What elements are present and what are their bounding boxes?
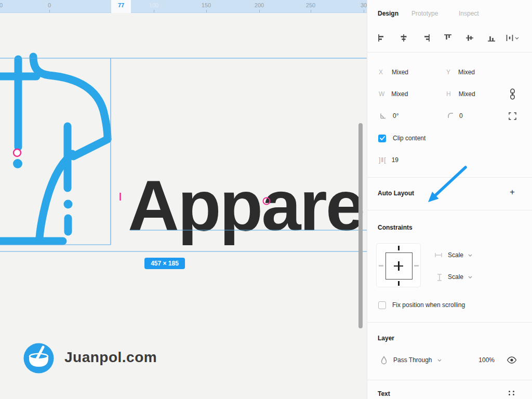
juanpol-logo-icon bbox=[23, 342, 55, 374]
chevron-down-icon[interactable] bbox=[515, 37, 519, 39]
vertical-constraint-select[interactable]: Scale bbox=[448, 271, 472, 283]
horizontal-constraint-icon bbox=[435, 252, 442, 258]
tab-prototype[interactable]: Prototype bbox=[411, 10, 438, 17]
fix-position-checkbox[interactable] bbox=[378, 301, 386, 309]
juanpol-brand-text: Juanpol.com bbox=[64, 349, 157, 366]
tab-inspect[interactable]: Inspect bbox=[459, 10, 479, 17]
figma-app-window: Appare 457 × 185 0 0 100 150 200 250 bbox=[0, 0, 532, 399]
spacing-field[interactable]: ]ǁ[ 19 bbox=[379, 154, 398, 166]
selection-size-badge: 457 × 185 bbox=[144, 258, 185, 269]
w-value: Mixed bbox=[391, 90, 408, 98]
vector-point-marker[interactable] bbox=[263, 198, 270, 205]
blend-mode-icon bbox=[381, 356, 387, 364]
properties-panel: Design Prototype Inspect bbox=[367, 0, 532, 399]
tab-design[interactable]: Design bbox=[378, 10, 398, 17]
h-label: H bbox=[446, 90, 451, 98]
clip-content-row[interactable]: Clip content bbox=[378, 132, 425, 144]
fix-position-label: Fix position when scrolling bbox=[392, 301, 465, 309]
clip-content-checkbox[interactable] bbox=[378, 135, 386, 142]
fix-position-row[interactable]: Fix position when scrolling bbox=[378, 299, 465, 311]
align-vertical-centers-icon[interactable] bbox=[466, 34, 473, 42]
ruler-position-highlight: 77 bbox=[111, 0, 131, 13]
vector-point-marker[interactable] bbox=[14, 149, 21, 156]
horizontal-constraint-select[interactable]: Scale bbox=[448, 249, 472, 261]
corner-radius-icon bbox=[447, 112, 454, 119]
constraints-title: Constraints bbox=[378, 224, 413, 231]
add-auto-layout-button[interactable]: + bbox=[510, 187, 515, 198]
y-label: Y bbox=[446, 69, 450, 76]
constraint-top-handle[interactable] bbox=[398, 246, 400, 250]
text-section-header: Text bbox=[378, 388, 390, 399]
plus-icon: + bbox=[510, 187, 515, 197]
width-field[interactable]: W Mixed bbox=[379, 88, 408, 100]
align-top-icon[interactable] bbox=[444, 34, 451, 42]
spacing-value: 19 bbox=[392, 156, 398, 164]
blend-mode-value: Pass Through bbox=[393, 356, 432, 364]
h-value: Mixed bbox=[459, 90, 475, 98]
selection-outline bbox=[0, 58, 367, 251]
vertical-constraint-value: Scale bbox=[448, 273, 463, 281]
constraints-widget[interactable] bbox=[376, 243, 421, 287]
selection-overlay bbox=[0, 0, 367, 399]
align-right-icon[interactable] bbox=[422, 34, 430, 42]
ruler-label: 100 bbox=[149, 2, 158, 8]
layer-header: Layer bbox=[378, 332, 394, 344]
divider bbox=[367, 210, 532, 210]
divider bbox=[367, 380, 532, 380]
ruler-position-value: 77 bbox=[118, 2, 124, 8]
text-styles-icon[interactable] bbox=[509, 391, 515, 395]
align-horizontal-centers-icon[interactable] bbox=[400, 34, 407, 42]
ruler-label: 0 bbox=[48, 2, 51, 8]
visibility-eye-icon[interactable] bbox=[507, 356, 517, 364]
ruler-label: 150 bbox=[202, 2, 211, 8]
x-position-field[interactable]: X Mixed bbox=[379, 66, 408, 78]
horizontal-ruler: 0 0 100 150 200 250 30 77 bbox=[0, 0, 367, 13]
independent-corners-icon[interactable] bbox=[509, 112, 516, 120]
opacity-value: 100% bbox=[478, 356, 495, 364]
w-label: W bbox=[379, 90, 384, 98]
constraints-header: Constraints bbox=[378, 222, 413, 233]
distribute-spacing-icon[interactable] bbox=[506, 34, 513, 42]
ruler-tick bbox=[311, 10, 311, 12]
align-bottom-icon[interactable] bbox=[488, 34, 495, 42]
constraint-bottom-handle[interactable] bbox=[398, 281, 400, 286]
vertical-constraint-icon bbox=[436, 274, 443, 281]
design-canvas[interactable]: Appare 457 × 185 0 0 100 150 200 250 bbox=[0, 0, 367, 399]
corner-radius-value: 0 bbox=[459, 112, 463, 119]
ruler-tick bbox=[206, 10, 207, 12]
spacing-icon: ]ǁ[ bbox=[379, 156, 387, 164]
ruler-label: 0 bbox=[0, 2, 3, 8]
height-field[interactable]: H Mixed bbox=[446, 88, 475, 100]
auto-layout-title: Auto Layout bbox=[378, 190, 414, 197]
constraint-left-handle[interactable] bbox=[379, 265, 383, 267]
divider bbox=[367, 322, 532, 323]
ruler-label: 250 bbox=[306, 2, 315, 8]
x-label: X bbox=[379, 69, 383, 76]
auto-layout-header: Auto Layout bbox=[378, 188, 414, 199]
chevron-down-icon bbox=[468, 276, 472, 278]
text-section-title: Text bbox=[378, 390, 390, 397]
ruler-tick bbox=[259, 10, 260, 12]
check-icon bbox=[380, 136, 385, 140]
constrain-proportions-icon[interactable] bbox=[509, 88, 516, 100]
opacity-field[interactable]: 100% bbox=[474, 354, 495, 366]
annotation-arrow-icon bbox=[422, 161, 471, 208]
x-value: Mixed bbox=[392, 69, 408, 76]
ruler-label: 200 bbox=[255, 2, 264, 8]
ruler-tick bbox=[154, 10, 154, 12]
ruler-tick bbox=[49, 10, 50, 12]
y-position-field[interactable]: Y Mixed bbox=[446, 66, 475, 78]
corner-radius-field[interactable]: 0 bbox=[459, 110, 463, 122]
ruler-tick bbox=[364, 10, 364, 12]
align-left-icon[interactable] bbox=[378, 34, 385, 42]
blend-mode-select[interactable]: Pass Through bbox=[393, 354, 442, 366]
chevron-down-icon bbox=[437, 359, 442, 362]
constraint-right-handle[interactable] bbox=[414, 265, 419, 267]
rotation-field[interactable]: 0° bbox=[393, 110, 398, 122]
y-value: Mixed bbox=[458, 69, 475, 76]
rotation-value: 0° bbox=[393, 112, 398, 119]
ruler-label: 30 bbox=[361, 2, 367, 8]
horizontal-constraint-value: Scale bbox=[448, 251, 463, 259]
canvas-scrollbar[interactable] bbox=[358, 123, 363, 328]
rotation-icon bbox=[380, 112, 387, 119]
